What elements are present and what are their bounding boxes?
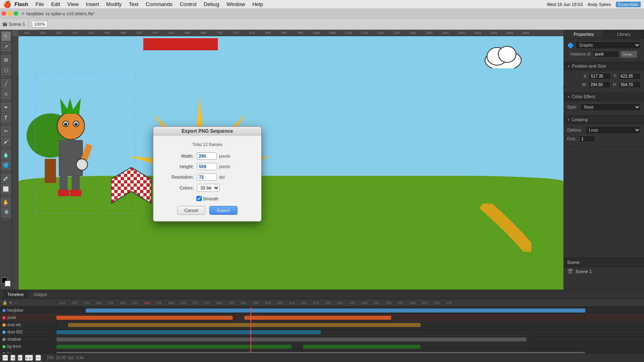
svg-point-7 <box>498 46 516 62</box>
menu-control[interactable]: Control <box>176 0 200 8</box>
x-input[interactable] <box>589 73 611 80</box>
layer-name-dust-etc[interactable]: dust etc <box>0 323 56 327</box>
cancel-button[interactable]: Cancel <box>177 206 205 215</box>
window: ✕ hexjibber vs spike-u v16 letters.fla* … <box>0 9 644 362</box>
paint-bucket-tool[interactable]: 🪣 <box>1 160 11 170</box>
playhead-bg-front <box>250 343 251 350</box>
first-input[interactable] <box>579 136 595 142</box>
tab-properties[interactable]: Properties <box>564 30 604 39</box>
play-button[interactable]: ▶ <box>18 355 23 361</box>
layer-name-punk[interactable]: punk <box>0 315 56 320</box>
ruler-tick: 1150 <box>357 31 373 35</box>
scene-item[interactable]: 🎬 Scene 1 <box>564 267 644 276</box>
layer-frames-dust-002[interactable] <box>56 329 644 335</box>
frame-num: 295 <box>250 301 262 305</box>
color-effect-header[interactable]: Color Effect <box>564 93 644 101</box>
text-tool[interactable]: T <box>1 113 11 123</box>
layer-name-hexjibber[interactable]: hexjibber <box>0 308 56 313</box>
resolution-input[interactable] <box>197 173 217 181</box>
menu-window[interactable]: Window <box>223 0 248 8</box>
select-tool[interactable]: ↖ <box>1 31 11 41</box>
tab-timeline[interactable]: Timeline <box>3 291 28 298</box>
eyedropper-tool[interactable]: 💉 <box>1 174 11 183</box>
scene-icon: 🎬 <box>567 269 573 274</box>
graphic-type-select[interactable]: Graphic <box>576 41 641 49</box>
tab-library[interactable]: Library <box>604 30 644 39</box>
ruler-tick: 250 <box>19 31 35 35</box>
layer-name-dust-002[interactable]: dust 002 <box>0 330 56 334</box>
menu-edit[interactable]: Edit <box>48 0 63 8</box>
maximize-button[interactable] <box>14 11 18 16</box>
playhead-bg <box>250 350 251 353</box>
frame-num: 345 <box>370 301 382 305</box>
eraser-tool[interactable]: ⬜ <box>1 184 11 194</box>
looping-header[interactable]: Looping <box>564 115 644 124</box>
swap-button[interactable]: Swap... <box>621 51 637 58</box>
go-to-start-button[interactable]: ⏮ <box>2 355 8 361</box>
colors-select[interactable]: 32 bit 24 bit 8 bit <box>197 184 220 192</box>
layer-frames-bg-front[interactable] <box>56 343 644 350</box>
width-input[interactable] <box>197 152 217 160</box>
hand-tool[interactable]: ✋ <box>1 197 11 207</box>
menu-modify[interactable]: Modify <box>103 0 125 8</box>
zoom-level[interactable]: 100% <box>32 21 47 27</box>
menu-help[interactable]: Help <box>249 0 266 8</box>
lasso-tool[interactable]: ⊂ <box>1 89 11 99</box>
menu-view[interactable]: View <box>64 0 82 8</box>
options-select[interactable]: Loop Play Once Single Frame <box>585 126 641 134</box>
layer-name-shadow[interactable]: shadow <box>0 337 56 341</box>
dialog-titlebar: Export PNG Sequence <box>153 127 261 136</box>
y-input[interactable] <box>619 73 641 80</box>
menu-insert[interactable]: Insert <box>83 0 102 8</box>
pen-tool[interactable]: ✒ <box>1 103 11 112</box>
resolution-unit: dpi <box>219 175 225 179</box>
layer-color-hexjibber <box>2 309 6 312</box>
timeline-tabs: Timeline Output <box>0 290 644 299</box>
subselect-tool[interactable]: ↗ <box>1 42 11 51</box>
scene-toolbar: 🎬 Scene 1 100% <box>0 19 644 30</box>
layer-frames-punk[interactable] <box>56 314 644 321</box>
pencil-tool[interactable]: ✏ <box>1 126 11 136</box>
w-input[interactable] <box>588 81 611 88</box>
layer-frames-hexjibber[interactable] <box>56 307 644 314</box>
height-input[interactable] <box>197 163 217 170</box>
zoom-tool[interactable]: 🔎 <box>1 208 11 218</box>
h-input[interactable] <box>619 81 641 88</box>
smooth-checkbox[interactable] <box>196 196 202 201</box>
line-tool[interactable]: ╱ <box>1 79 11 88</box>
close-button[interactable] <box>2 11 6 16</box>
scene-label: Scene 1 <box>9 22 25 27</box>
frame-num: 225 <box>80 301 93 305</box>
step-back-button[interactable]: ◀ <box>10 355 15 361</box>
layer-frames-shadow[interactable] <box>56 336 644 343</box>
menu-text[interactable]: Text <box>126 0 142 8</box>
ruler-tick: 1100 <box>341 31 357 35</box>
ink-bottle-tool[interactable]: 🧴 <box>1 150 11 160</box>
gradient-tool[interactable]: ⬡ <box>1 66 11 75</box>
apple-menu[interactable]: 🍎 <box>3 0 11 8</box>
stage[interactable] <box>19 36 564 290</box>
position-size-header[interactable]: Position and Size <box>564 62 644 70</box>
layer-name-bg-front[interactable]: bg front <box>0 344 56 349</box>
layer-color-dust-etc <box>2 323 6 327</box>
go-to-end-button[interactable]: ⏭ <box>35 355 41 361</box>
h-label: H: <box>613 82 617 87</box>
essentials-btn[interactable]: Essentials <box>616 2 641 7</box>
brush-tool[interactable]: 🖌 <box>1 137 11 146</box>
frame-num: 300 <box>262 301 274 305</box>
layer-frames-dust-etc[interactable] <box>56 321 644 328</box>
style-select[interactable]: None Brightness Tint Alpha Advanced <box>580 103 641 111</box>
step-forward-button[interactable]: ▶▶ <box>25 355 33 361</box>
tab-output[interactable]: Output <box>29 291 51 298</box>
file-tab[interactable]: hexjibber vs spike-u v16 letters.fla* <box>26 11 95 16</box>
export-button[interactable]: Export <box>209 206 237 215</box>
minimize-button[interactable] <box>8 11 12 16</box>
free-transform-tool[interactable]: ⊞ <box>1 55 11 65</box>
menu-debug[interactable]: Debug <box>200 0 222 8</box>
menu-commands[interactable]: Commands <box>142 0 175 8</box>
width-label: Width: <box>161 154 194 158</box>
instance-of-input[interactable] <box>593 51 619 58</box>
layer-frames-bg[interactable] <box>56 350 644 353</box>
menu-file[interactable]: File <box>32 0 47 8</box>
fill-color-swatch[interactable] <box>5 281 10 286</box>
